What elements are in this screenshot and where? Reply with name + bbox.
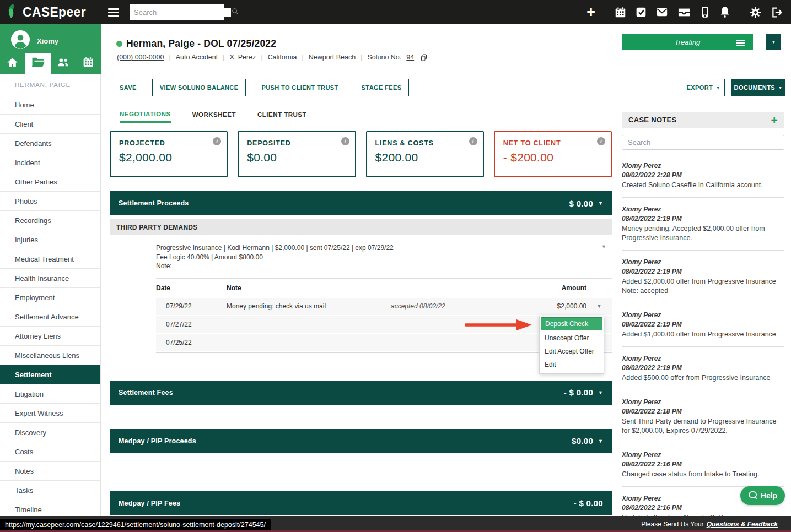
- medpay-pip-proceeds-bar[interactable]: Medpay / PIP Proceeds $0.00 ▼: [110, 429, 612, 453]
- sidebar-item-recordings[interactable]: Recordings: [0, 210, 100, 230]
- sidebar-item-miscellaneous-liens[interactable]: Miscellaneous Liens: [0, 345, 100, 365]
- caret-down-icon[interactable]: ▼: [598, 200, 603, 206]
- soluno-number-link[interactable]: 94: [406, 53, 414, 61]
- documents-button[interactable]: DOCUMENTS▼: [731, 79, 785, 96]
- info-icon[interactable]: i: [597, 137, 605, 145]
- notifications-bell-icon[interactable]: [719, 6, 730, 18]
- logo-text: CASEpeer: [23, 5, 86, 20]
- calendar-icon[interactable]: [615, 7, 626, 18]
- sidebar-item-costs[interactable]: Costs: [0, 442, 100, 461]
- sidebar-tab-calendar[interactable]: [76, 53, 101, 74]
- collapse-caret-icon[interactable]: ▼: [601, 244, 606, 249]
- net-to-client-card: NET TO CLIENT - $200.00 i: [494, 131, 612, 177]
- mail-icon[interactable]: [656, 6, 668, 18]
- info-icon[interactable]: i: [341, 137, 349, 145]
- caret-down-icon[interactable]: ▼: [598, 438, 603, 444]
- sidebar-item-incident[interactable]: Incident: [0, 153, 100, 172]
- sidebar-item-settlement[interactable]: Settlement: [0, 365, 100, 384]
- menu-item-unaccept-offer[interactable]: Unaccept Offer: [540, 332, 604, 345]
- tab-client-trust[interactable]: CLIENT TRUST: [257, 107, 306, 122]
- search-icon[interactable]: [231, 7, 239, 18]
- note-item: Xiomy Perez 08/02/2022 2:19 PM Added $50…: [622, 354, 784, 390]
- view-soluno-balance-button[interactable]: VIEW SOLUNO BALANCE: [152, 79, 246, 96]
- mobile-icon[interactable]: [700, 6, 710, 18]
- logo[interactable]: CASEpeer: [0, 3, 101, 21]
- demand-summary: Progressive Insurance | Kodi Hermann | $…: [156, 243, 612, 253]
- caret-down-icon[interactable]: ▼: [598, 390, 603, 395]
- tasks-icon[interactable]: [636, 7, 647, 18]
- sidebar-item-attorney-liens[interactable]: Attorney Liens: [0, 326, 100, 345]
- notes-search[interactable]: [622, 135, 784, 150]
- menu-item-edit-accept-offer[interactable]: Edit Accept Offer: [540, 345, 604, 358]
- liens-costs-card: LIENS & COSTS $200.00 i: [366, 131, 484, 177]
- sidebar-item-notes[interactable]: Notes: [0, 461, 100, 480]
- sidebar-item-medical-treatment[interactable]: Medical Treatment: [0, 249, 100, 268]
- quick-add-icon[interactable]: +: [586, 7, 595, 18]
- settlement-proceeds-bar[interactable]: Settlement Proceeds $ 0.00 ▼: [110, 191, 612, 215]
- inbox-icon[interactable]: [677, 6, 691, 18]
- sidebar-item-employment[interactable]: Employment: [0, 287, 100, 307]
- logout-icon[interactable]: [771, 7, 782, 18]
- case-status-button[interactable]: Treating: [622, 34, 753, 50]
- sidebar-item-discovery[interactable]: Discovery: [0, 422, 100, 442]
- note-item: Xiomy Perez 08/02/2022 2:19 PM Added $2,…: [622, 258, 784, 303]
- menu-item-edit[interactable]: Edit: [540, 358, 604, 371]
- sidebar-item-expert-witness[interactable]: Expert Witness: [0, 403, 100, 422]
- sidebar-item-photos[interactable]: Photos: [0, 191, 100, 210]
- tab-worksheet[interactable]: WORKSHEET: [192, 107, 236, 122]
- status-bar-url: https://my.casepeer.com/case/1229461/set…: [0, 519, 271, 530]
- sidebar-item-health-insurance[interactable]: Health Insurance: [0, 268, 100, 287]
- soluno-label: Soluno No.: [367, 53, 401, 61]
- deposited-card: DEPOSITED $0.00 i: [238, 131, 356, 177]
- note-item: Xiomy Perez 08/02/2022 2:19 PM Added $1,…: [622, 311, 784, 347]
- export-button[interactable]: EXPORT▼: [682, 79, 725, 96]
- settlement-fees-bar[interactable]: Settlement Fees - $ 0.00 ▼: [110, 381, 612, 405]
- push-to-client-trust-button[interactable]: PUSH TO CLIENT TRUST: [254, 79, 346, 96]
- demand-note-line: Note:: [156, 262, 612, 271]
- sidebar-tab-home[interactable]: [0, 53, 25, 74]
- sidebar-item-settlement-advance[interactable]: Settlement Advance: [0, 307, 100, 326]
- global-search-input[interactable]: [134, 8, 231, 17]
- table-row: 07/29/22 Money pending: check via us mai…: [156, 298, 612, 316]
- menu-item-deposit-check[interactable]: Deposit Check: [541, 317, 602, 330]
- note-item: Xiomy Perez 08/02/2022 2:18 PM Sent Thir…: [622, 398, 784, 443]
- copy-icon[interactable]: [421, 54, 427, 61]
- sidebar-tab-contacts[interactable]: [51, 53, 76, 74]
- help-button[interactable]: Help: [740, 486, 785, 505]
- questions-feedback-link[interactable]: Questions & Feedback: [707, 520, 778, 528]
- stage-fees-button[interactable]: STAGE FEES: [354, 79, 410, 96]
- medpay-pip-fees-amount: - $ 0.00: [574, 498, 603, 508]
- practice-area-label: Auto Accident: [176, 53, 218, 61]
- projected-card: PROJECTED $2,000.00 i: [110, 131, 228, 177]
- folder-open-icon: [31, 57, 45, 70]
- topbar-divider: [740, 6, 740, 18]
- global-search[interactable]: [130, 4, 224, 20]
- offers-table-header: Date Note Amount: [156, 279, 612, 298]
- sidebar-item-injuries[interactable]: Injuries: [0, 230, 100, 249]
- menu-hamburger-icon[interactable]: [108, 7, 119, 18]
- sidebar-item-litigation[interactable]: Litigation: [0, 384, 100, 403]
- note-item: Xiomy Perez 08/02/2022 2:16 PM Changed c…: [622, 450, 784, 487]
- row-actions-caret-icon[interactable]: ▼: [586, 303, 612, 309]
- sidebar-item-client[interactable]: Client: [0, 114, 100, 133]
- caret-down-icon: ▼: [772, 40, 776, 45]
- phone-link[interactable]: (000) 000-0000: [117, 53, 164, 61]
- settings-gear-icon[interactable]: [750, 7, 761, 18]
- case-notes-panel: CASE NOTES + Xiomy Perez 08/02/2022 2:28…: [622, 112, 784, 516]
- sidebar-item-defendants[interactable]: Defendants: [0, 133, 100, 153]
- row-actions-menu: Deposit Check Unaccept Offer Edit Accept…: [539, 316, 604, 374]
- notes-search-input[interactable]: [628, 138, 778, 146]
- sidebar-item-tasks[interactable]: Tasks: [0, 480, 100, 500]
- add-note-icon[interactable]: +: [771, 115, 778, 126]
- medpay-pip-fees-bar[interactable]: Medpay / PIP Fees - $ 0.00: [110, 491, 612, 515]
- sidebar-item-other-parties[interactable]: Other Parties: [0, 172, 100, 191]
- info-icon[interactable]: i: [469, 137, 477, 145]
- sidebar-tab-case[interactable]: [25, 53, 51, 74]
- avatar[interactable]: [11, 30, 30, 51]
- sidebar-item-timeline[interactable]: Timeline: [0, 500, 100, 516]
- status-dropdown-button[interactable]: ▼: [766, 34, 781, 50]
- save-button[interactable]: SAVE: [112, 79, 144, 96]
- sidebar-item-home[interactable]: Home: [0, 95, 100, 114]
- calendar-icon: [83, 57, 94, 70]
- tab-negotiations[interactable]: NEGOTIATIONS: [120, 107, 171, 123]
